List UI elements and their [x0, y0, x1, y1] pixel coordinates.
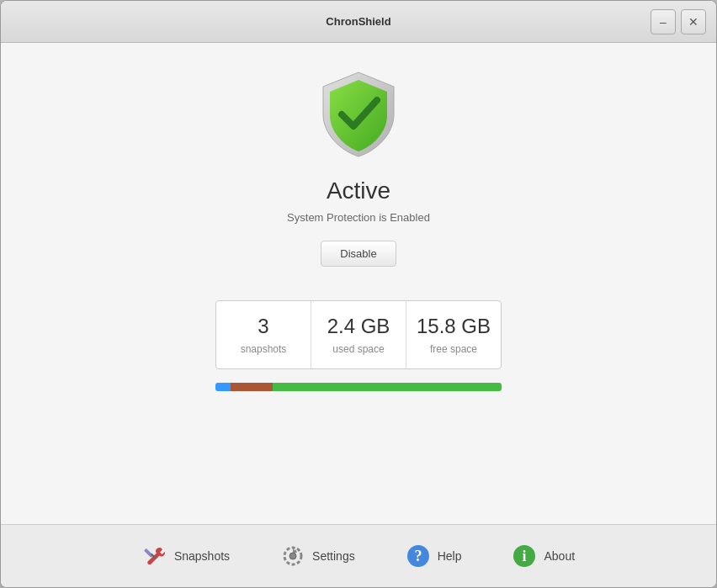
svg-text:i: i — [523, 548, 527, 564]
help-icon: ? — [406, 543, 431, 569]
gear-icon — [280, 543, 305, 569]
help-nav-label: Help — [438, 549, 462, 563]
nav-about[interactable]: i About — [503, 539, 583, 573]
minimize-button[interactable]: – — [651, 9, 676, 34]
stat-snapshots: 3 snapshots — [216, 301, 311, 368]
settings-nav-label: Settings — [312, 549, 355, 563]
nav-settings[interactable]: Settings — [272, 539, 364, 573]
about-nav-label: About — [544, 549, 575, 563]
snapshots-label: snapshots — [225, 343, 302, 355]
stats-box: 3 snapshots 2.4 GB used space 15.8 GB fr… — [215, 300, 502, 369]
used-space-label: used space — [320, 343, 397, 355]
svg-text:?: ? — [414, 548, 422, 564]
snapshots-value: 3 — [225, 315, 302, 338]
status-subtitle: System Protection is Enabled — [287, 211, 430, 224]
used-space-value: 2.4 GB — [320, 315, 397, 338]
status-title: Active — [327, 177, 390, 204]
app-window: ChronShield – ✕ — [0, 0, 717, 588]
info-icon: i — [512, 543, 537, 569]
main-content: Active System Protection is Enabled Disa… — [1, 43, 716, 524]
nav-snapshots[interactable]: Snapshots — [134, 539, 238, 573]
snapshots-nav-label: Snapshots — [174, 549, 230, 563]
free-space-value: 15.8 GB — [415, 315, 492, 338]
window-controls: – ✕ — [651, 9, 706, 34]
progress-snapshots — [215, 383, 231, 391]
svg-point-2 — [289, 553, 296, 559]
disable-button[interactable]: Disable — [321, 241, 396, 267]
title-bar: ChronShield – ✕ — [1, 1, 716, 43]
storage-progress-bar — [215, 383, 502, 391]
bottom-nav: Snapshots Settings ? — [1, 524, 716, 587]
free-space-label: free space — [415, 343, 492, 355]
progress-used — [231, 383, 273, 391]
stat-used-space: 2.4 GB used space — [311, 301, 406, 368]
stat-free-space: 15.8 GB free space — [406, 301, 501, 368]
window-title: ChronShield — [326, 15, 390, 28]
nav-help[interactable]: ? Help — [397, 539, 470, 573]
progress-free — [273, 383, 502, 391]
tools-icon — [142, 543, 167, 569]
close-button[interactable]: ✕ — [681, 9, 706, 34]
svg-rect-0 — [144, 548, 153, 558]
shield-icon — [316, 68, 401, 161]
